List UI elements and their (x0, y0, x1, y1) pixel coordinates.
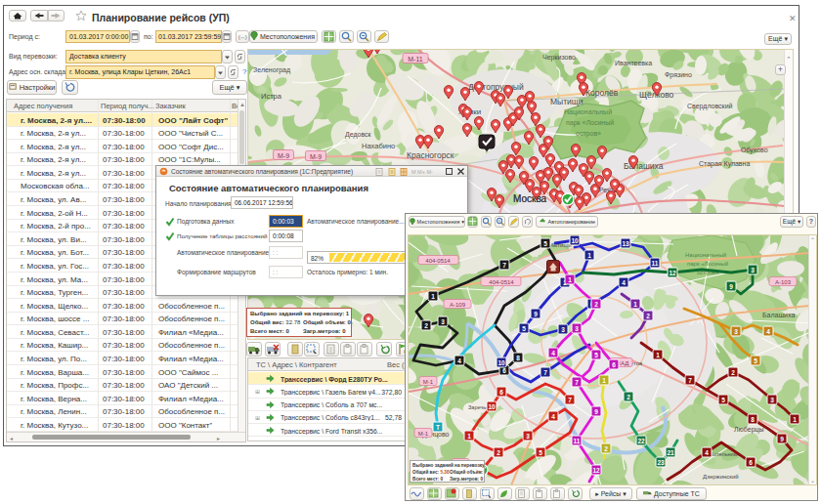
svg-text:9: 9 (534, 311, 538, 317)
svg-text:остров»: остров» (576, 130, 601, 138)
svg-text:М-9: М-9 (310, 153, 322, 160)
svg-text:11: 11 (574, 438, 581, 444)
svg-text:4: 4 (766, 328, 770, 335)
svg-text:2: 2 (594, 301, 598, 308)
svg-text:А-103: А-103 (775, 279, 792, 285)
svg-text:6: 6 (612, 361, 616, 368)
svg-text:23: 23 (657, 459, 665, 466)
svg-text:Мытищи: Мытищи (550, 97, 583, 106)
svg-text:Москва: Москва (513, 193, 547, 204)
svg-text:Заречье: Заречье (468, 404, 489, 410)
svg-text:Зеленоград: Зеленоград (253, 66, 290, 74)
svg-text:М-11: М-11 (408, 56, 423, 63)
svg-text:13: 13 (622, 240, 629, 247)
svg-text:12: 12 (592, 467, 600, 474)
svg-text:4: 4 (551, 350, 555, 357)
svg-text:T: T (436, 424, 440, 431)
svg-text:5: 5 (543, 240, 547, 247)
svg-text:7: 7 (688, 377, 692, 384)
svg-text:парк «Лосиный: парк «Лосиный (566, 119, 614, 127)
svg-text:5: 5 (594, 352, 598, 358)
svg-text:404-0514: 404-0514 (489, 279, 514, 285)
svg-text:3: 3 (770, 397, 774, 403)
svg-text:6: 6 (502, 367, 506, 374)
svg-text:10: 10 (497, 359, 505, 366)
svg-text:парк «Лосиный: парк «Лосиный (687, 261, 728, 267)
svg-text:3: 3 (526, 433, 530, 440)
svg-text:М-1: М-1 (418, 431, 429, 437)
svg-text:7: 7 (575, 379, 579, 386)
svg-text:9: 9 (780, 436, 784, 442)
svg-text:2: 2 (646, 313, 650, 319)
svg-text:2: 2 (497, 449, 500, 456)
svg-text:9: 9 (729, 283, 733, 290)
svg-text:404-0514: 404-0514 (425, 258, 451, 264)
svg-text:8: 8 (751, 416, 755, 423)
svg-text:8: 8 (516, 355, 520, 361)
svg-text:4: 4 (622, 279, 626, 286)
svg-text:1: 1 (602, 377, 606, 384)
svg-text:4: 4 (457, 357, 461, 364)
svg-text:М-9: М-9 (278, 152, 289, 159)
svg-text:6: 6 (499, 389, 503, 396)
svg-text:1: 1 (793, 416, 797, 423)
svg-text:Королёв: Королёв (585, 88, 619, 98)
svg-text:1: 1 (656, 352, 660, 358)
svg-text:Люберцы: Люберцы (734, 426, 764, 434)
svg-text:Обухово: Обухово (741, 147, 768, 154)
svg-text:4: 4 (551, 413, 555, 420)
svg-text:4: 4 (705, 449, 709, 456)
svg-text:Черкизово: Черкизово (542, 54, 576, 62)
svg-text:5: 5 (539, 449, 542, 456)
svg-text:Красногорск: Красногорск (407, 150, 454, 160)
svg-text:2: 2 (424, 322, 428, 329)
svg-text:5: 5 (754, 357, 757, 364)
svg-text:3: 3 (441, 318, 445, 325)
svg-text:Дедовск: Дедовск (345, 131, 372, 139)
svg-text:11: 11 (652, 260, 659, 267)
svg-text:Старая Купавна: Старая Купавна (699, 160, 750, 168)
svg-text:Нахабино: Нахабино (362, 142, 395, 150)
svg-text:1: 1 (633, 301, 637, 308)
svg-text:7: 7 (543, 369, 547, 376)
svg-text:1: 1 (467, 433, 471, 440)
svg-text:3: 3 (751, 267, 755, 273)
svg-text:12: 12 (669, 270, 676, 276)
svg-text:6: 6 (749, 459, 753, 466)
svg-text:10: 10 (571, 237, 579, 244)
svg-text:10: 10 (488, 403, 496, 410)
svg-text:5: 5 (721, 397, 725, 403)
svg-text:Национальный: Национальный (564, 108, 612, 116)
svg-text:М-1: М-1 (423, 379, 434, 385)
svg-text:21: 21 (667, 449, 674, 456)
svg-text:Истра: Истра (261, 92, 282, 101)
svg-text:2: 2 (731, 369, 735, 376)
svg-text:9: 9 (594, 408, 598, 415)
svg-text:1: 1 (431, 293, 435, 300)
svg-text:7: 7 (502, 262, 506, 269)
svg-text:1: 1 (568, 276, 572, 283)
svg-text:1: 1 (587, 252, 591, 259)
svg-text:3: 3 (575, 325, 579, 332)
svg-text:3: 3 (561, 326, 565, 333)
svg-text:22: 22 (637, 438, 645, 444)
svg-text:Дзержинский: Дзержинский (703, 474, 739, 480)
svg-text:Ивантеевка: Ивантеевка (615, 60, 652, 66)
svg-text:Свердловский: Свердловский (687, 103, 733, 110)
svg-text:7: 7 (568, 397, 572, 403)
svg-text:5: 5 (522, 325, 526, 332)
svg-text:2: 2 (604, 445, 608, 452)
svg-text:Фрязино: Фрязино (665, 71, 692, 79)
svg-text:3: 3 (734, 328, 738, 335)
svg-text:Балашиха: Балашиха (762, 312, 795, 318)
svg-text:2: 2 (627, 394, 630, 400)
svg-text:А-109: А-109 (450, 302, 466, 308)
svg-text:Национальный: Национальный (685, 252, 726, 258)
